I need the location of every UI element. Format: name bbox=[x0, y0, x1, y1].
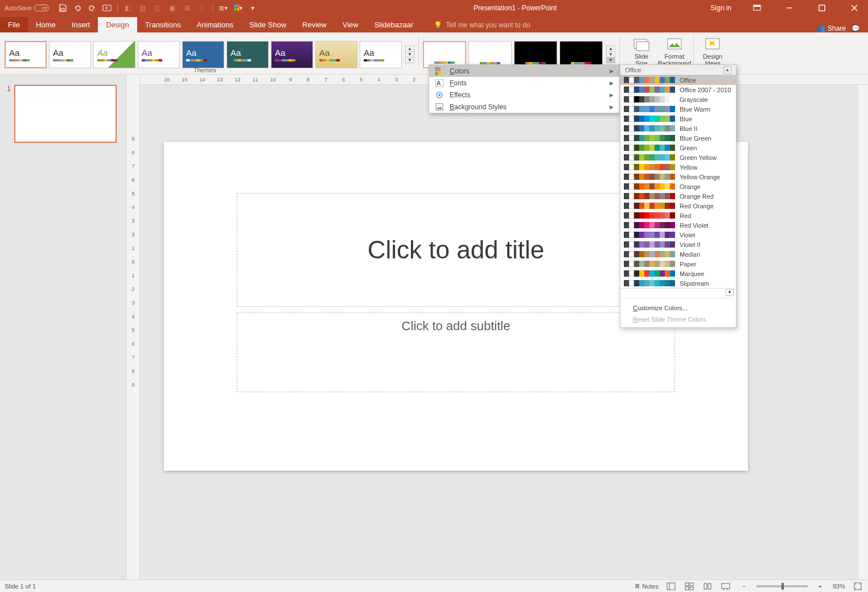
subtitle-placeholder[interactable]: Click to add subtitle bbox=[237, 313, 675, 392]
vertical-scrollbar[interactable] bbox=[858, 85, 868, 579]
qat-color-icon[interactable]: ▾ bbox=[233, 3, 242, 13]
reading-view-icon[interactable] bbox=[702, 582, 713, 591]
normal-view-icon[interactable] bbox=[665, 582, 677, 591]
zoom-slider[interactable] bbox=[756, 585, 808, 587]
color-scheme-yellow-orange[interactable]: Yellow Orange bbox=[620, 172, 736, 182]
scroll-up-icon[interactable]: ▲ bbox=[723, 66, 731, 74]
comments-icon[interactable]: 💬 bbox=[851, 24, 860, 32]
share-button[interactable]: 👥 Share bbox=[817, 24, 846, 32]
color-scheme-office[interactable]: Office bbox=[620, 75, 736, 85]
color-scheme-median[interactable]: Median bbox=[620, 249, 736, 259]
tab-file[interactable]: File bbox=[0, 17, 28, 32]
slide-number: 1 bbox=[7, 85, 11, 143]
color-scheme-paper[interactable]: Paper bbox=[620, 259, 736, 269]
color-scheme-red-violet[interactable]: Red Violet bbox=[620, 220, 736, 230]
title-placeholder[interactable]: Click to add title bbox=[237, 193, 675, 307]
tab-home[interactable]: Home bbox=[28, 17, 64, 32]
minimize-icon[interactable] bbox=[776, 0, 802, 16]
slide-counter: Slide 1 of 1 bbox=[5, 583, 36, 590]
redo-icon[interactable] bbox=[88, 3, 97, 13]
signin-link[interactable]: Sign in bbox=[705, 4, 737, 12]
autosave-toggle[interactable]: AutoSave Off bbox=[5, 5, 49, 11]
tab-transitions[interactable]: Transitions bbox=[137, 17, 189, 32]
qat-icon-3[interactable]: ◫ bbox=[153, 3, 162, 13]
theme-thumb-3[interactable]: Aa bbox=[93, 41, 135, 68]
slideshow-view-icon[interactable] bbox=[720, 582, 731, 591]
tab-slideshow[interactable]: Slide Show bbox=[241, 17, 294, 32]
slide-thumbnail-1[interactable]: 1 bbox=[7, 85, 119, 143]
theme-thumb-6[interactable]: Aa bbox=[227, 41, 269, 68]
themes-scroll-down-icon[interactable]: ▼ bbox=[406, 52, 414, 57]
theme-thumb-5[interactable]: Aa bbox=[182, 41, 224, 68]
theme-thumb-7[interactable]: Aa bbox=[271, 41, 313, 68]
themes-more-icon[interactable]: ▼ bbox=[406, 57, 414, 63]
color-scheme-grayscale[interactable]: Grayscale bbox=[620, 94, 736, 104]
color-scheme-blue-ii[interactable]: Blue II bbox=[620, 124, 736, 133]
svg-rect-14 bbox=[668, 39, 681, 49]
maximize-icon[interactable] bbox=[809, 0, 834, 16]
sorter-view-icon[interactable] bbox=[684, 582, 695, 591]
tab-design[interactable]: Design bbox=[98, 17, 137, 32]
color-scheme-violet[interactable]: Violet bbox=[620, 230, 736, 240]
color-scheme-green-yellow[interactable]: Green Yellow bbox=[620, 153, 736, 162]
undo-icon[interactable] bbox=[73, 3, 82, 13]
color-scheme-orange[interactable]: Orange bbox=[620, 182, 736, 191]
color-scheme-marquee[interactable]: Marquee bbox=[620, 269, 736, 278]
menu-effects[interactable]: Effects ▶ bbox=[429, 89, 619, 101]
color-scheme-label: Slipstream bbox=[680, 280, 709, 287]
slide-thumb-mini[interactable] bbox=[14, 85, 117, 143]
zoom-level[interactable]: 93% bbox=[833, 583, 845, 590]
theme-thumb-2[interactable]: Aa bbox=[49, 41, 91, 68]
zoom-out-button[interactable]: − bbox=[738, 582, 750, 591]
customize-colors-item[interactable]: Customize Colors... bbox=[620, 302, 736, 314]
chevron-right-icon: ▶ bbox=[610, 92, 614, 98]
color-scheme-office-2007-2010[interactable]: Office 2007 - 2010 bbox=[620, 85, 736, 94]
tellme-search[interactable]: 💡 Tell me what you want to do bbox=[429, 18, 534, 32]
variants-more-icon[interactable]: ▼ bbox=[607, 57, 615, 63]
close-icon[interactable] bbox=[841, 0, 867, 16]
qat-icon-7[interactable]: ≣▾ bbox=[219, 3, 228, 13]
qat-icon-6[interactable]: ⋮ bbox=[198, 3, 207, 13]
color-scheme-blue-green[interactable]: Blue Green bbox=[620, 133, 736, 143]
color-scheme-blue-warm[interactable]: Blue Warm bbox=[620, 104, 736, 114]
touchmode-icon[interactable]: ◧ bbox=[124, 3, 133, 13]
color-scheme-violet-ii[interactable]: Violet II bbox=[620, 240, 736, 249]
qat-icon-2[interactable]: ▤ bbox=[138, 3, 147, 13]
variants-scroll-down-icon[interactable]: ▼ bbox=[607, 52, 615, 57]
zoom-in-button[interactable]: + bbox=[814, 582, 826, 591]
color-scheme-orange-red[interactable]: Orange Red bbox=[620, 191, 736, 201]
color-scheme-red-orange[interactable]: Red Orange bbox=[620, 201, 736, 211]
menu-colors[interactable]: Colors ▶ bbox=[429, 65, 619, 77]
theme-thumb-4[interactable]: Aa bbox=[138, 41, 180, 68]
tab-insert[interactable]: Insert bbox=[64, 17, 98, 32]
theme-thumb-9[interactable]: Aa bbox=[360, 41, 402, 68]
menu-fonts[interactable]: A Fonts ▶ bbox=[429, 77, 619, 89]
scroll-down-icon[interactable]: ▼ bbox=[726, 289, 734, 296]
colors-scroll-down: ▼ bbox=[620, 288, 736, 296]
fit-to-window-icon[interactable] bbox=[852, 582, 863, 591]
tab-slidebazaar[interactable]: Slidebazaar bbox=[367, 17, 422, 32]
qat-icon-5[interactable]: ⊞ bbox=[183, 3, 192, 13]
theme-thumb-8[interactable]: Aa bbox=[315, 41, 357, 68]
color-scheme-slipstream[interactable]: Slipstream bbox=[620, 278, 736, 288]
tab-review[interactable]: Review bbox=[294, 17, 335, 32]
qat-more-icon[interactable]: ▾ bbox=[248, 3, 257, 13]
color-scheme-red[interactable]: Red bbox=[620, 211, 736, 220]
autosave-pill[interactable]: Off bbox=[34, 5, 49, 11]
notes-button[interactable]: ≣ Notes bbox=[635, 582, 659, 590]
color-scheme-blue[interactable]: Blue bbox=[620, 114, 736, 124]
bg-styles-icon bbox=[435, 102, 444, 112]
save-icon[interactable] bbox=[58, 3, 67, 13]
svg-rect-25 bbox=[667, 583, 675, 590]
qat-icon-4[interactable]: ▣ bbox=[168, 3, 177, 13]
tab-animations[interactable]: Animations bbox=[189, 17, 241, 32]
color-scheme-yellow[interactable]: Yellow bbox=[620, 162, 736, 172]
themes-scroll-up-icon[interactable]: ▲ bbox=[406, 46, 414, 52]
theme-thumb-office[interactable]: Aa bbox=[5, 41, 47, 68]
ribbon-display-icon[interactable] bbox=[744, 0, 770, 16]
menu-background-styles[interactable]: Background Styles ▶ bbox=[429, 101, 619, 113]
color-scheme-green[interactable]: Green bbox=[620, 143, 736, 153]
variants-scroll-up-icon[interactable]: ▲ bbox=[607, 46, 615, 52]
tab-view[interactable]: View bbox=[335, 17, 367, 32]
startfromtop-icon[interactable] bbox=[102, 3, 112, 13]
